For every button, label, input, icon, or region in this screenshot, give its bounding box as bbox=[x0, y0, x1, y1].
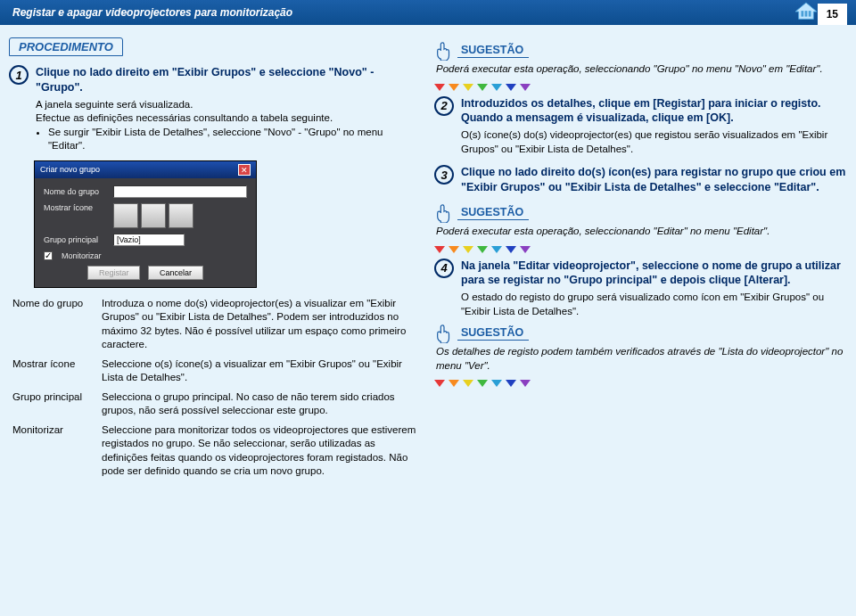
definitions-table: Nome do grupo Introduza o nome do(s) vid… bbox=[12, 297, 422, 479]
desc-mostrar: Seleccione o(s) ícone(s) a visualizar em… bbox=[102, 357, 422, 385]
sugestao-1-header: SUGESTÃO bbox=[434, 41, 847, 61]
triangle-icon bbox=[449, 84, 459, 91]
triangle-icon bbox=[434, 84, 445, 91]
step-1-line2: Efectue as definições necessárias consul… bbox=[36, 111, 422, 126]
dialog-input-nome[interactable] bbox=[113, 185, 247, 198]
dialog-label-monitorizar: Monitorizar bbox=[62, 251, 102, 260]
color-triangles bbox=[434, 380, 847, 387]
triangle-icon bbox=[506, 380, 516, 387]
sugestao-label: SUGESTÃO bbox=[457, 44, 529, 58]
content: PROCEDIMENTO 1 Clique no lado direito em… bbox=[0, 25, 856, 489]
dialog-label-grupo: Grupo principal bbox=[44, 235, 108, 244]
term-monitorizar: Monitorizar bbox=[12, 423, 91, 479]
sugestao-label: SUGESTÃO bbox=[457, 206, 529, 220]
step-4-title: Na janela "Editar videoprojector", selec… bbox=[461, 259, 847, 289]
triangle-icon bbox=[506, 246, 516, 253]
triangle-icon bbox=[463, 246, 473, 253]
top-icon[interactable]: TOP bbox=[794, 2, 819, 23]
desc-monitorizar: Seleccione para monitorizar todos os vid… bbox=[102, 423, 422, 479]
registar-button[interactable]: Registar bbox=[87, 266, 141, 280]
dialog-input-grupo[interactable]: [Vazio] bbox=[113, 234, 185, 246]
step-number-2: 2 bbox=[434, 96, 454, 116]
close-icon[interactable]: ✕ bbox=[238, 164, 251, 176]
triangle-icon bbox=[520, 246, 531, 253]
triangle-icon bbox=[520, 84, 531, 91]
term-nome: Nome do grupo bbox=[12, 297, 91, 352]
hand-point-icon bbox=[434, 41, 454, 61]
sugestao-label: SUGESTÃO bbox=[457, 326, 529, 341]
step-1-bullet: Se surgir "Exibir Lista de Detalhes", se… bbox=[48, 126, 422, 153]
triangle-icon bbox=[506, 84, 516, 91]
term-mostrar: Mostrar ícone bbox=[12, 357, 91, 385]
page-title: Registar e apagar videoprojectores para … bbox=[12, 6, 292, 19]
projector-icon[interactable] bbox=[169, 203, 193, 228]
triangle-icon bbox=[449, 246, 459, 253]
triangle-icon bbox=[491, 380, 502, 387]
step-3-title: Clique no lado direito do(s) ícon(es) pa… bbox=[461, 165, 847, 195]
sugestao-3-body: Os detalhes de registo podem também veri… bbox=[436, 345, 847, 373]
triangle-icon bbox=[463, 380, 473, 387]
table-row: Monitorizar Seleccione para monitorizar … bbox=[12, 423, 422, 479]
sugestao-2-body: Poderá executar esta operação, seleccion… bbox=[436, 225, 847, 239]
color-triangles bbox=[434, 246, 847, 253]
color-triangles bbox=[434, 84, 847, 91]
step-1-line1: A janela seguinte será visualizada. bbox=[36, 98, 422, 112]
dialog-title: Criar novo grupo bbox=[40, 165, 100, 174]
projector-icon[interactable] bbox=[141, 203, 166, 228]
table-row: Mostrar ícone Seleccione o(s) ícone(s) a… bbox=[12, 357, 422, 385]
projector-icon[interactable] bbox=[113, 203, 138, 228]
table-row: Nome do grupo Introduza o nome do(s) vid… bbox=[12, 297, 422, 352]
page-header: Registar e apagar videoprojectores para … bbox=[0, 0, 856, 25]
step-3: 3 Clique no lado direito do(s) ícon(es) … bbox=[434, 165, 847, 198]
step-number-3: 3 bbox=[434, 165, 454, 185]
sugestao-1-body: Poderá executar esta operação, seleccion… bbox=[436, 62, 847, 77]
triangle-icon bbox=[477, 246, 488, 253]
table-row: Grupo principal Selecciona o grupo princ… bbox=[12, 390, 422, 418]
dialog-label-mostrar: Mostrar ícone bbox=[44, 203, 108, 212]
triangle-icon bbox=[477, 84, 488, 91]
checkbox-icon[interactable] bbox=[44, 251, 53, 260]
triangle-icon bbox=[463, 84, 473, 91]
triangle-icon bbox=[491, 84, 502, 91]
triangle-icon bbox=[434, 246, 445, 253]
term-grupo: Grupo principal bbox=[12, 390, 91, 418]
cancelar-button[interactable]: Cancelar bbox=[148, 266, 203, 280]
hand-point-icon bbox=[434, 203, 454, 223]
step-4-body: O estado do registo do grupo será visual… bbox=[461, 291, 847, 318]
triangle-icon bbox=[434, 380, 445, 387]
page-number: 15 bbox=[818, 4, 847, 25]
hand-point-icon bbox=[434, 324, 454, 343]
right-column: SUGESTÃO Poderá executar esta operação, … bbox=[434, 37, 847, 484]
procedimento-label: PROCEDIMENTO bbox=[9, 37, 123, 56]
step-2-body: O(s) ícone(s) do(s) videoprojector(es) q… bbox=[461, 128, 847, 156]
sugestao-3-header: SUGESTÃO bbox=[434, 324, 847, 343]
dialog-icons[interactable] bbox=[113, 203, 193, 228]
sugestao-2-header: SUGESTÃO bbox=[434, 203, 847, 223]
svg-rect-3 bbox=[809, 11, 811, 16]
desc-nome: Introduza o nome do(s) videoprojector(es… bbox=[102, 297, 422, 352]
desc-grupo: Selecciona o grupo principal. No caso de… bbox=[102, 390, 422, 418]
step-2-title: Introduzidos os detalhes, clique em [Reg… bbox=[461, 96, 847, 127]
svg-text:TOP: TOP bbox=[802, 20, 811, 23]
step-number-1: 1 bbox=[9, 65, 29, 85]
triangle-icon bbox=[520, 380, 531, 387]
step-4: 4 Na janela "Editar videoprojector", sel… bbox=[434, 259, 847, 319]
triangle-icon bbox=[449, 380, 459, 387]
step-number-4: 4 bbox=[434, 259, 454, 278]
step-1: 1 Clique no lado direito em "Exibir Grup… bbox=[9, 65, 422, 153]
dialog-screenshot: Criar novo grupo ✕ Nome do grupo Mostrar… bbox=[34, 160, 257, 288]
svg-rect-1 bbox=[801, 11, 803, 16]
left-column: PROCEDIMENTO 1 Clique no lado direito em… bbox=[9, 37, 422, 484]
step-1-title: Clique no lado direito em "Exibir Grupos… bbox=[36, 65, 422, 95]
svg-rect-2 bbox=[805, 11, 808, 16]
dialog-label-nome: Nome do grupo bbox=[44, 187, 108, 196]
triangle-icon bbox=[477, 380, 488, 387]
triangle-icon bbox=[491, 246, 502, 253]
step-2: 2 Introduzidos os detalhes, clique em [R… bbox=[434, 96, 847, 157]
